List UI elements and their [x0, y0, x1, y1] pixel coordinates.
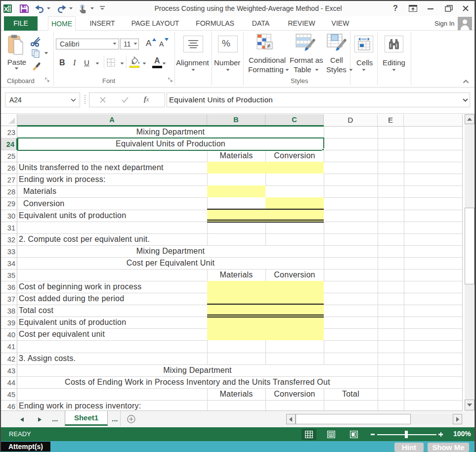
svg-text:≠: ≠ — [267, 42, 270, 49]
